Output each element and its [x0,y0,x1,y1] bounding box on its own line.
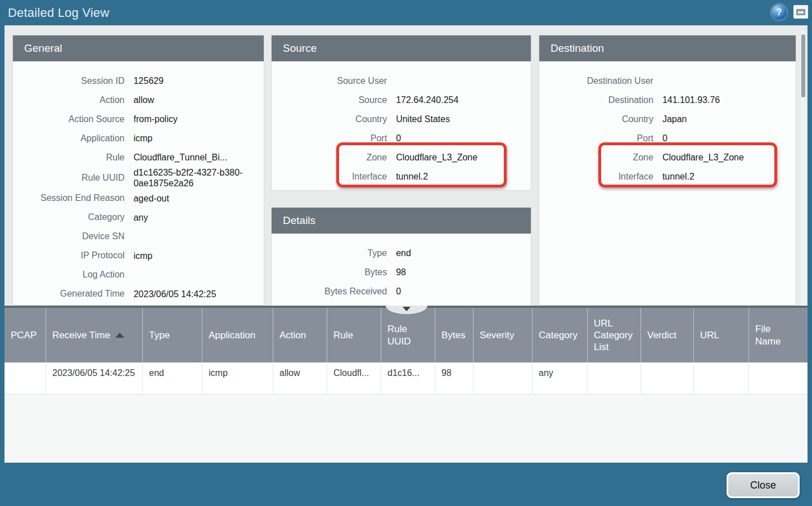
field-row-category: Categoryany [13,208,264,227]
field-value: United States [396,114,531,124]
field-label: Application [13,133,124,144]
field-value: allow [133,95,264,105]
field-value: Cloudflare_Tunnel_Bi... [133,152,264,163]
field-value: Japan [662,114,796,124]
cell-type: end [143,362,202,394]
field-label: Bytes Received [272,286,387,297]
field-row-application: Applicationicmp [13,129,264,148]
help-icon[interactable]: ? [772,5,787,20]
cell-verdict [641,362,694,394]
field-row-action-source: Action Sourcefrom-policy [13,110,264,129]
cell-url-category-list [588,362,641,394]
column-header-url[interactable]: URL [694,308,749,362]
cell-application: icmp [202,362,273,394]
field-value: 141.101.93.76 [662,95,796,105]
field-row-bytes: Bytes98 [272,263,531,282]
field-label: Session ID [13,76,124,86]
field-label: Zone [539,153,653,163]
field-label: Destination [539,95,653,105]
field-label: Country [272,114,387,124]
column-label: URL [700,329,719,341]
field-row-device-sn: Device SN [13,227,264,246]
general-panel: General Session ID125629 Actionallow Act… [12,35,264,306]
field-label: Rule UUID [13,173,124,183]
chevron-down-icon [403,307,410,311]
cell-severity [473,362,533,394]
field-label: Device SN [13,231,124,241]
field-row-generated-time: Generated Time2023/06/05 14:42:25 [13,284,264,303]
field-label: Rule [13,153,124,163]
field-value: 0 [662,133,796,144]
destination-panel: Destination Destination User Destination… [539,35,796,306]
source-panel: Source Source User Source172.64.240.254 … [271,35,531,191]
sort-ascending-icon [115,333,124,338]
field-label: Country [539,114,653,124]
field-label: Source [272,95,387,105]
column-header-verdict[interactable]: Verdict [641,308,694,362]
cell-pcap [4,362,46,394]
column-header-severity[interactable]: Severity [473,308,533,362]
column-header-pcap[interactable]: PCAP [4,308,46,362]
field-value: any [133,212,264,223]
field-label: Port [272,133,387,144]
cell-bytes: 98 [435,362,473,394]
field-value: 0 [396,286,531,297]
field-value: Cloudflare_L3_Zone [662,152,796,163]
column-label: Rule [333,329,353,341]
field-label: Source User [272,76,387,86]
column-label: URL Category List [594,317,634,353]
column-header-bytes[interactable]: Bytes [435,308,473,362]
field-label: Bytes [272,267,387,277]
field-row-destination-user: Destination User [539,71,796,91]
column-header-action[interactable]: Action [273,308,327,362]
field-row-source-port: Port0 [272,129,531,148]
cell-receive-time: 2023/06/05 14:42:25 [46,362,143,394]
field-value: tunnel.2 [396,171,531,182]
field-row-session-end-reason: Session End Reasonaged-out [13,189,264,208]
field-value: icmp [133,250,264,261]
field-label: Zone [272,153,387,163]
window-glyph [796,9,805,15]
field-row-source: Source172.64.240.254 [272,91,531,110]
field-value: 2023/06/05 14:42:25 [133,289,264,299]
field-value: from-policy [133,114,264,124]
column-header-file-name[interactable]: File Name [749,308,808,362]
general-panel-header: General [13,35,264,61]
column-header-category[interactable]: Category [533,308,588,362]
column-label: Application [209,329,255,341]
column-header-url-category-list[interactable]: URL Category List [588,308,641,362]
field-value: Cloudflare_L3_Zone [396,152,531,163]
column-label: PCAP [11,329,37,341]
log-table-row[interactable]: 2023/06/05 14:42:25 end icmp allow Cloud… [4,362,808,395]
column-header-application[interactable]: Application [202,308,273,362]
vertical-scrollbar-thumb[interactable] [801,34,805,97]
field-value: aged-out [133,193,264,204]
cell-url [694,362,749,394]
log-entries-table: PCAP Receive Time Type Application Actio… [4,306,808,463]
field-label: Interface [539,172,653,182]
close-button[interactable]: Close [727,472,800,498]
field-label: Port [539,133,653,144]
field-row-destination-country: CountryJapan [539,110,796,129]
field-value: d1c16235-b2f2-4327-b380-0ae1875e2a26 [133,167,264,189]
field-row-action: Actionallow [13,91,264,110]
field-value: 172.64.240.254 [396,95,531,105]
destination-panel-header: Destination [539,35,796,61]
column-header-receive-time[interactable]: Receive Time [46,308,143,362]
field-row-source-user: Source User [272,71,531,91]
maximize-window-icon[interactable] [793,5,808,19]
field-value: end [396,248,531,258]
field-row-destination-interface: Interfacetunnel.2 [539,167,796,186]
field-value: 125629 [133,75,264,86]
field-label: Generated Time [13,289,124,299]
column-header-rule[interactable]: Rule [327,308,381,362]
field-row-source-interface: Interfacetunnel.2 [272,167,531,186]
column-header-type[interactable]: Type [143,308,202,362]
field-label: Destination User [539,76,653,86]
cell-file-name [749,362,808,394]
field-value: icmp [133,133,264,144]
field-label: IP Protocol [13,250,124,261]
column-label: Receive Time [52,329,110,341]
source-panel-header: Source [272,35,531,61]
column-header-rule-uuid[interactable]: Rule UUID [381,308,435,362]
